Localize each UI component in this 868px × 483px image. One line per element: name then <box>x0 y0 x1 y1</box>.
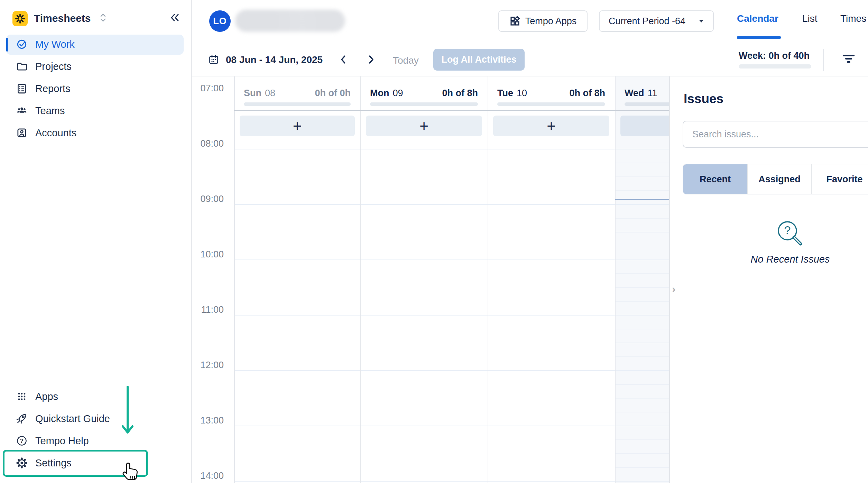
tempo-apps-icon <box>509 16 520 27</box>
time-label: 09:00 <box>192 194 224 204</box>
week-summary-label: Week: 0h of 40h <box>739 51 810 61</box>
sidebar-item-label: My Work <box>35 39 75 50</box>
search-question-icon: ? <box>774 218 807 249</box>
period-selector-value: Current Period -64 <box>609 16 685 27</box>
time-label: 08:00 <box>192 138 224 149</box>
issues-filter-tabs: Recent Assigned Favorite <box>683 164 868 194</box>
tab-times[interactable]: Times <box>840 13 866 24</box>
sidebar-item-my-work[interactable]: My Work <box>0 33 192 55</box>
sidebar-title: Timesheets <box>34 12 91 24</box>
day-hours: 0h of 8h <box>442 88 478 99</box>
day-hours: 0h of 8h <box>569 88 605 99</box>
add-worklog-button-sun[interactable]: + <box>240 116 355 136</box>
tab-calendar[interactable]: Calendar <box>737 13 778 24</box>
folder-icon <box>16 61 28 72</box>
report-list-icon <box>16 83 28 94</box>
svg-text:?: ? <box>784 224 791 237</box>
circle-check-icon <box>16 38 28 50</box>
sidebar-item-settings[interactable]: Settings <box>0 452 192 474</box>
workspace-switcher-icon[interactable] <box>100 13 107 24</box>
issues-panel: Issues Recent Assigned Favorite ? No Rec… <box>669 76 868 483</box>
sidebar-item-label: Projects <box>35 61 72 72</box>
column-border <box>360 76 361 483</box>
time-label: 07:00 <box>192 83 224 94</box>
filter-icon[interactable] <box>842 54 855 66</box>
tab-list[interactable]: List <box>802 13 818 24</box>
day-progress-bar <box>497 102 605 106</box>
gear-icon <box>16 457 28 469</box>
date-range-label: 08 Jun - 14 Jun, 2025 <box>226 54 323 65</box>
day-date: 10 <box>517 88 527 98</box>
sidebar-item-label: Reports <box>35 83 71 94</box>
week-progress-bar <box>739 64 811 69</box>
app-root: Timesheets My Work <box>0 0 868 483</box>
next-week-button[interactable] <box>365 54 376 66</box>
sidebar-item-label: Tempo Help <box>35 435 89 447</box>
sidebar: Timesheets My Work <box>0 0 192 483</box>
calendar-icon <box>209 54 219 66</box>
sidebar-item-label: Teams <box>35 105 65 117</box>
time-label: 10:00 <box>192 249 224 260</box>
time-label: 14:00 <box>192 471 224 481</box>
column-border <box>615 76 616 483</box>
day-progress-bar <box>244 102 351 106</box>
sidebar-item-label: Quickstart Guide <box>35 413 110 425</box>
search-issues-input[interactable] <box>683 121 868 148</box>
day-name: Sun <box>244 88 261 98</box>
day-hours: 0h of 0h <box>315 88 351 99</box>
day-progress-bar <box>370 102 478 106</box>
panel-collapse-chevron[interactable]: › <box>672 283 676 295</box>
sidebar-item-teams[interactable]: Teams <box>0 100 192 122</box>
sidebar-item-projects[interactable]: Projects <box>0 55 192 78</box>
add-worklog-button-tue[interactable]: + <box>493 116 609 136</box>
avatar[interactable]: LO <box>209 10 231 32</box>
period-selector[interactable]: Current Period -64 <box>599 10 714 32</box>
user-name-redacted <box>235 10 345 32</box>
tab-favorite[interactable]: Favorite <box>811 164 868 194</box>
today-button[interactable]: Today <box>393 55 419 66</box>
day-date: 08 <box>265 88 275 98</box>
apps-grid-icon <box>16 391 28 402</box>
previous-week-button[interactable] <box>338 54 349 66</box>
time-label: 11:00 <box>192 304 224 315</box>
sidebar-item-apps[interactable]: Apps <box>0 385 192 408</box>
column-border <box>488 76 488 483</box>
day-name: Wed <box>625 88 644 98</box>
active-tab-underline <box>737 36 781 39</box>
day-date: 11 <box>648 88 657 98</box>
tab-assigned[interactable]: Assigned <box>747 164 811 194</box>
sidebar-item-label: Settings <box>35 457 72 469</box>
sidebar-item-label: Apps <box>35 391 58 402</box>
day-name: Mon <box>370 88 389 98</box>
tab-recent[interactable]: Recent <box>683 164 747 194</box>
header-divider <box>234 110 742 111</box>
rocket-icon <box>16 413 28 425</box>
tempo-apps-label: Tempo Apps <box>525 16 577 27</box>
chevron-down-icon <box>699 19 704 23</box>
log-all-activities-button[interactable]: Log All Activities <box>433 49 525 71</box>
sidebar-item-reports[interactable]: Reports <box>0 78 192 100</box>
add-worklog-button-mon[interactable]: + <box>366 116 482 136</box>
tempo-logo-icon <box>12 11 28 26</box>
help-circle-icon: ? <box>16 435 28 447</box>
sidebar-item-label: Accounts <box>35 127 76 139</box>
time-label: 12:00 <box>192 360 224 371</box>
sidebar-item-tempo-help[interactable]: ? Tempo Help <box>0 430 192 452</box>
day-name: Tue <box>497 88 513 98</box>
sidebar-item-quickstart-guide[interactable]: Quickstart Guide <box>0 408 192 430</box>
day-date: 09 <box>393 88 403 98</box>
sidebar-collapse-icon[interactable] <box>169 12 181 24</box>
sidebar-item-accounts[interactable]: Accounts <box>0 122 192 144</box>
account-badge-icon <box>16 127 28 139</box>
issues-panel-title: Issues <box>684 92 723 106</box>
empty-state-text: No Recent Issues <box>697 254 868 265</box>
time-label: 13:00 <box>192 415 224 426</box>
people-icon <box>16 105 28 117</box>
toolbar-divider <box>823 49 824 71</box>
svg-text:?: ? <box>20 438 24 444</box>
column-border <box>234 76 235 483</box>
tempo-apps-button[interactable]: Tempo Apps <box>498 10 588 32</box>
